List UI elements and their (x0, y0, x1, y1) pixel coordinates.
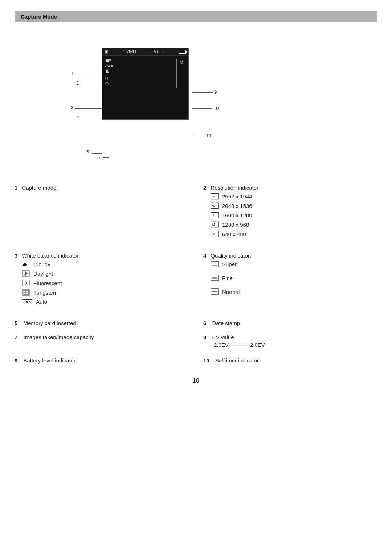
svg-line-16 (24, 272, 25, 273)
lcd-mode-icon: ▦M (105, 58, 113, 62)
res-l-label: 1600 x 1200 (222, 212, 252, 218)
item-title-9: Battery level indicator: (24, 357, 77, 364)
wb-tungsten-label: Tungsten (33, 290, 56, 296)
svg-line-26 (24, 282, 25, 282)
item-title-3: White balance indicator: (22, 253, 80, 259)
lcd-drive-icon: □ (105, 75, 113, 81)
content-area: 1 Capture mode 2 Resolution indicator UL… (0, 182, 392, 366)
svg-rect-39 (211, 275, 218, 281)
quality-super-icon (211, 261, 219, 267)
desc-col-8: 8 EV value -2.0EV------------2.0EV (196, 331, 377, 351)
svg-line-29 (24, 284, 25, 285)
wb-daylight-row: Daylight (22, 270, 189, 277)
svg-rect-31 (23, 290, 25, 292)
quality-normal-row: Normal (211, 288, 377, 295)
camera-diagram: 1 2 3 4 5 6 7 8 9 10 11 ▣ 12/1511 EV+0.0… (0, 26, 392, 178)
lcd-timer-icon: ⎔ (105, 82, 113, 86)
item-title-7: Images taken/image capacity (24, 334, 94, 340)
lcd-awb-icon: AWB (105, 64, 113, 67)
res-m-icon: M (211, 221, 219, 228)
wb-daylight-icon (22, 270, 30, 277)
desc-col-7: 7 Images taken/image capacity (15, 331, 196, 351)
svg-point-11 (25, 272, 27, 275)
res-xl-icon: XL (211, 202, 219, 209)
wb-list: Cloudy Day (22, 261, 189, 305)
item-title-5: Memory card inserted (24, 320, 76, 326)
callout-10: 10 (213, 106, 219, 111)
svg-line-28 (27, 282, 28, 282)
svg-rect-33 (23, 293, 25, 295)
desc-col-4: 4 Quality indicator: Super (196, 250, 377, 311)
ev-range-label: -2.0EV------------2.0EV (212, 342, 265, 348)
lcd-quality-icon: ⇅ (105, 69, 113, 74)
desc-row-9-10: 9 Battery level indicator: 10 Selftimer … (15, 354, 377, 366)
quality-normal-label: Normal (222, 289, 240, 295)
svg-line-27 (27, 284, 28, 285)
wb-cloudy-label: Cloudy (33, 261, 50, 267)
svg-text:M: M (212, 223, 215, 226)
section-title: Capture Mode (21, 13, 57, 20)
item-number-8: 8 (203, 334, 206, 340)
quality-normal-icon (211, 288, 219, 295)
desc-col-3: 3 White balance indicator: Cloudy (15, 250, 196, 311)
line-2 (81, 83, 102, 83)
res-s-icon: S (211, 231, 219, 237)
item-number-2: 2 (203, 185, 206, 191)
item-title-2: Resolution indicator (211, 185, 258, 191)
callout-3: 3 (71, 105, 73, 110)
desc-row-3-4: 3 White balance indicator: Cloudy (15, 250, 377, 311)
res-ul-label: 2592 x 1944 (222, 193, 252, 200)
res-m-label: 1280 x 960 (222, 222, 249, 228)
callout-11: 11 (206, 133, 211, 138)
ev-value: EV+0.0 (151, 50, 163, 54)
svg-point-21 (25, 282, 27, 284)
item-number-1: 1 (15, 185, 17, 191)
svg-line-18 (27, 272, 28, 273)
svg-rect-32 (26, 290, 29, 292)
callout-1: 1 (71, 71, 73, 77)
res-ul-icon: UL (211, 193, 219, 200)
svg-line-17 (27, 275, 28, 275)
wb-fluor-label: Fluorescent (33, 280, 62, 286)
quality-list: Super Fine Norm (211, 261, 377, 295)
res-item-m: M 1280 x 960 (211, 221, 377, 228)
res-l-icon: L (211, 212, 219, 218)
wb-fluor-row: Fluorescent (22, 280, 189, 286)
image-count: 12/1511 (123, 50, 136, 54)
wb-auto-label: Auto (36, 299, 47, 305)
res-item-s: S 640 x 480 (211, 231, 377, 237)
section-header: Capture Mode (15, 11, 377, 22)
line-9 (192, 92, 213, 93)
desc-row-1-2: 1 Capture mode 2 Resolution indicator UL… (15, 182, 377, 243)
svg-line-19 (24, 275, 25, 275)
wb-auto-icon: AWB (22, 299, 32, 304)
svg-rect-34 (26, 293, 29, 295)
callout-9: 9 (214, 89, 217, 95)
res-s-label: 640 x 480 (222, 231, 246, 237)
line-5 (92, 153, 102, 154)
line-1 (75, 74, 102, 74)
item-title-4: Quality indicator: (211, 253, 251, 259)
desc-col-5: 5 Memory card inserted (15, 317, 196, 329)
camera-screen: ▣ 12/1511 EV+0.0 ▦M AWB ⇅ □ ⎔ ☌ (102, 48, 189, 120)
item-title-8: EV value (212, 334, 234, 340)
quality-fine-label: Fine (222, 275, 233, 281)
wb-auto-row: AWB Auto (22, 299, 189, 305)
callout-4: 4 (76, 115, 79, 120)
line-11 (192, 136, 205, 136)
line-3 (75, 108, 102, 109)
res-item-ul: UL 2592 x 1944 (211, 193, 377, 200)
svg-text:XL: XL (212, 205, 215, 207)
desc-col-2: 2 Resolution indicator UL 2592 x 1944 (196, 182, 377, 243)
item-title-1: Capture mode (22, 185, 56, 191)
desc-col-10: 10 Selftimer indicator: (196, 354, 377, 366)
line-4 (81, 118, 102, 118)
item-number-5: 5 (15, 320, 17, 326)
wb-cloudy-icon (22, 261, 30, 267)
quality-super-row: Super (211, 261, 377, 267)
battery-icon (179, 50, 186, 54)
focus-line (176, 59, 177, 88)
item-number-10: 10 (203, 357, 209, 364)
desc-row-5-6: 5 Memory card inserted 6 Date stamp (15, 317, 377, 329)
line-6 (103, 157, 109, 158)
